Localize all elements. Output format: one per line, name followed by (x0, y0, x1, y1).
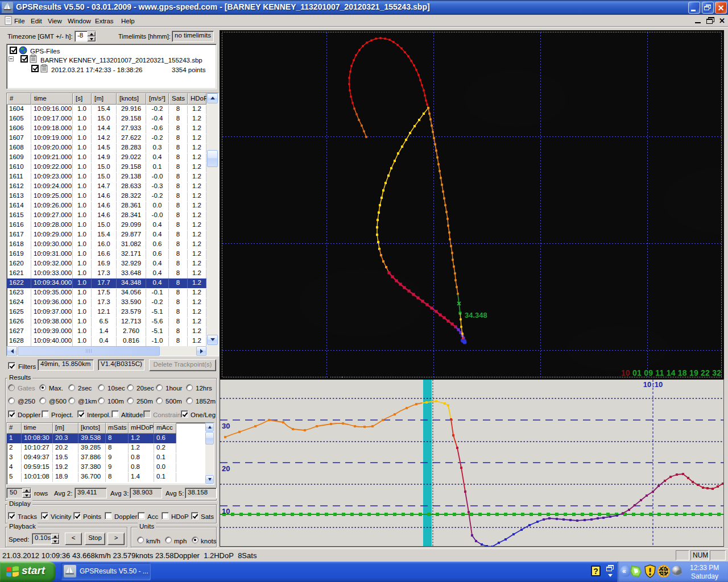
svg-text:10:10: 10:10 (643, 380, 663, 389)
svg-text:34.348: 34.348 (465, 311, 487, 319)
svg-text:10: 10 (222, 507, 230, 516)
svg-text:20: 20 (222, 464, 230, 473)
svg-text:01 09 11 14 18 19 22 32: 01 09 11 14 18 19 22 32 (632, 368, 721, 377)
svg-text:10: 10 (621, 368, 630, 377)
svg-text:30: 30 (222, 422, 230, 430)
